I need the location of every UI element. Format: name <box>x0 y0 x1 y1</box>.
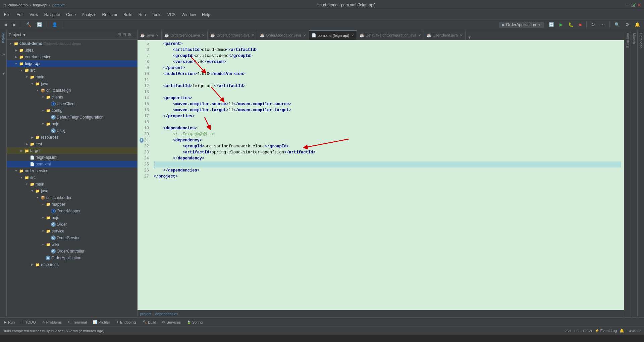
toolbar-debug-btn[interactable]: 🐛 <box>566 21 576 28</box>
tab-close-java1[interactable]: ✕ <box>156 33 159 37</box>
project-dropdown-label[interactable]: Project ▼ <box>9 32 26 37</box>
tree-user[interactable]: ▶ C User <box>7 127 137 134</box>
breadcrumb-project[interactable]: project <box>140 312 151 316</box>
menu-build[interactable]: Build <box>121 11 135 18</box>
menu-file[interactable]: File <box>1 11 13 18</box>
tree-order-src[interactable]: ▼ 📁 src <box>7 174 137 181</box>
tree-feign-resources[interactable]: ▶ 📁 resources <box>7 134 137 141</box>
tab-close-oa[interactable]: ✕ <box>303 33 306 37</box>
toolbar-stop-btn[interactable]: ■ <box>577 21 584 28</box>
toolbar-sync[interactable]: 🔄 <box>35 21 44 28</box>
tree-feign-main[interactable]: ▼ 📁 main <box>7 74 137 80</box>
menu-run[interactable]: Run <box>136 11 149 18</box>
tree-order-service-folder[interactable]: ▼ 📁 service <box>7 228 137 234</box>
menu-vcs[interactable]: VCS <box>165 11 178 18</box>
close-panel-icon[interactable]: – <box>133 32 135 37</box>
close-button[interactable]: ✕ <box>637 2 641 8</box>
bottom-tab-run[interactable]: ▶ Run <box>1 319 17 325</box>
collapse-all-icon[interactable]: ⊟ <box>122 32 126 37</box>
charset[interactable]: UTF-8 <box>581 329 592 333</box>
tab-overflow-btn[interactable]: ▼ <box>466 35 474 40</box>
menu-analyze[interactable]: Analyze <box>79 11 99 18</box>
toolbar-user[interactable]: 👤 <box>50 21 59 28</box>
tree-order-main[interactable]: ▼ 📁 main <box>7 181 137 188</box>
line-ending[interactable]: LF <box>575 329 579 333</box>
menu-refactor[interactable]: Refactor <box>100 11 120 18</box>
toolbar-run-btn[interactable]: ▶ <box>557 21 565 28</box>
tree-feign-target[interactable]: ▶ 📁 target <box>7 147 137 154</box>
tab-user-client[interactable]: ☕ UserClient.java ✕ <box>424 30 466 40</box>
tree-feign-iml[interactable]: ▶ 📄 feign-api.iml <box>7 154 137 161</box>
tree-eureka[interactable]: ▶ 📁 eureka-service <box>7 54 137 60</box>
tree-order-pojo[interactable]: ▼ 📁 pojo <box>7 214 137 221</box>
bottom-tab-todo[interactable]: ☰ TODO <box>18 319 39 325</box>
tree-feign-api[interactable]: ▼ 📁 feign-api <box>7 60 137 67</box>
tree-feign-pojo[interactable]: ▼ 📁 pojo <box>7 121 137 127</box>
toolbar-notification[interactable]: 🔔 <box>633 21 642 28</box>
menu-navigate[interactable]: Navigate <box>42 11 63 18</box>
tab-close-pom[interactable]: ✕ <box>351 33 354 37</box>
bottom-tab-terminal[interactable]: >_ Terminal <box>65 319 90 325</box>
database-label[interactable]: Database <box>638 30 644 51</box>
toolbar-forward[interactable]: ▶ <box>11 21 18 28</box>
tree-feign-pkg[interactable]: ▼ 📦 cn.itcast.feign <box>7 87 137 94</box>
bottom-tab-endpoints[interactable]: ✦ Endpoints <box>113 319 139 325</box>
breadcrumb-dependencies[interactable]: dependencies <box>155 312 178 316</box>
tree-order-mapper[interactable]: ▼ 📁 mapper <box>7 201 137 208</box>
tree-order-pkg[interactable]: ▼ 📦 cn.itcast.order <box>7 194 137 201</box>
tab-order-app[interactable]: ☕ OrderApplication.java ✕ <box>257 30 309 40</box>
tree-arrow-root[interactable]: ▼ <box>8 42 13 45</box>
cursor-position[interactable]: 25:1 <box>565 329 572 333</box>
toolbar-back[interactable]: ◀ <box>2 21 9 28</box>
tree-order-class[interactable]: ▶ C Order <box>7 221 137 228</box>
menu-tools[interactable]: Tools <box>149 11 164 18</box>
menu-view[interactable]: View <box>27 11 41 18</box>
menu-window[interactable]: Window <box>179 11 199 18</box>
tree-arrow-idea[interactable]: ▶ <box>13 49 19 52</box>
tab-close-uc[interactable]: ✕ <box>460 33 463 37</box>
menu-edit[interactable]: Edit <box>14 11 26 18</box>
tree-root[interactable]: ▼ 📁 cloud-demo E:\develop\cloud-demo <box>7 40 137 47</box>
sidebar-icon-project[interactable]: Project <box>1 31 6 45</box>
tree-idea[interactable]: ▶ 📁 .idea <box>7 47 137 54</box>
tree-feign-config[interactable]: ▼ 📁 config <box>7 107 137 114</box>
tree-order-resources[interactable]: ▶ 📁 resources <box>7 261 137 268</box>
tree-default-feign-config[interactable]: ▶ C DefaultFeignConfiguration <box>7 114 137 121</box>
toolbar-refresh[interactable]: 🔄 <box>547 21 556 28</box>
tree-feign-test[interactable]: ▶ 📁 test <box>7 141 137 147</box>
notifications[interactable]: 🔔 <box>620 329 624 333</box>
tree-order-web[interactable]: ▼ 📁 web <box>7 241 137 248</box>
tab-order-controller[interactable]: ☕ OrderController.java ✕ <box>208 30 257 40</box>
event-log[interactable]: ⚡ Event Log <box>595 329 617 333</box>
tab-default-feign[interactable]: ☕ DefaultFeignConfiguration.java ✕ <box>357 30 424 40</box>
tree-order-service-class[interactable]: ▶ C OrderService <box>7 234 137 241</box>
tab-close-dfc[interactable]: ✕ <box>418 33 421 37</box>
menu-help[interactable]: Help <box>199 11 213 18</box>
tree-user-client[interactable]: ▶ I UserClient <box>7 100 137 107</box>
sidebar-icon-favorites[interactable]: ★ <box>1 71 6 77</box>
bottom-tab-build[interactable]: 🔨 Build <box>140 319 159 325</box>
toolbar-settings[interactable]: ⚙ <box>623 21 631 28</box>
bottom-tab-services[interactable]: ⚙ Services <box>159 319 183 325</box>
tree-order-mapper-class[interactable]: ▶ I OrderMapper <box>7 208 137 214</box>
gear-icon[interactable]: ⚙ <box>127 32 131 37</box>
tree-feign-pom[interactable]: ▶ 📄 pom.xml <box>7 161 137 167</box>
code-lines[interactable]: <parent> <artifactId>cloud-demo</artifac… <box>151 40 624 310</box>
toolbar-update[interactable]: ↻ <box>589 21 597 28</box>
tab-java-dot[interactable]: ☕ .java ✕ <box>138 30 162 40</box>
bottom-tab-problems[interactable]: ⚠ Problems <box>39 319 64 325</box>
tree-order-controller[interactable]: ▶ C OrderController <box>7 248 137 255</box>
run-config-selector[interactable]: ▶ OrderApplication ▼ <box>499 22 544 28</box>
tab-close-os[interactable]: ✕ <box>202 33 205 37</box>
expand-all-icon[interactable]: ⊞ <box>117 32 121 37</box>
tree-arrow-eureka[interactable]: ▶ <box>13 55 19 59</box>
maven-label[interactable]: Maven <box>631 30 638 47</box>
tree-order-app[interactable]: ▶ C OrderApplication <box>7 255 137 261</box>
tree-order-service[interactable]: ▼ 📁 order-service <box>7 167 137 174</box>
tree-feign-java[interactable]: ▼ 📁 java <box>7 80 137 87</box>
structure-label[interactable]: Structure <box>624 30 631 51</box>
menu-code[interactable]: Code <box>63 11 78 18</box>
tree-feign-src[interactable]: ▼ 📁 src <box>7 67 137 74</box>
toolbar-more[interactable]: ⋯ <box>598 21 607 28</box>
editor-content[interactable]: 5 6 7 8 9 10 11 12 13 14 15 16 17 18 <box>138 40 624 310</box>
